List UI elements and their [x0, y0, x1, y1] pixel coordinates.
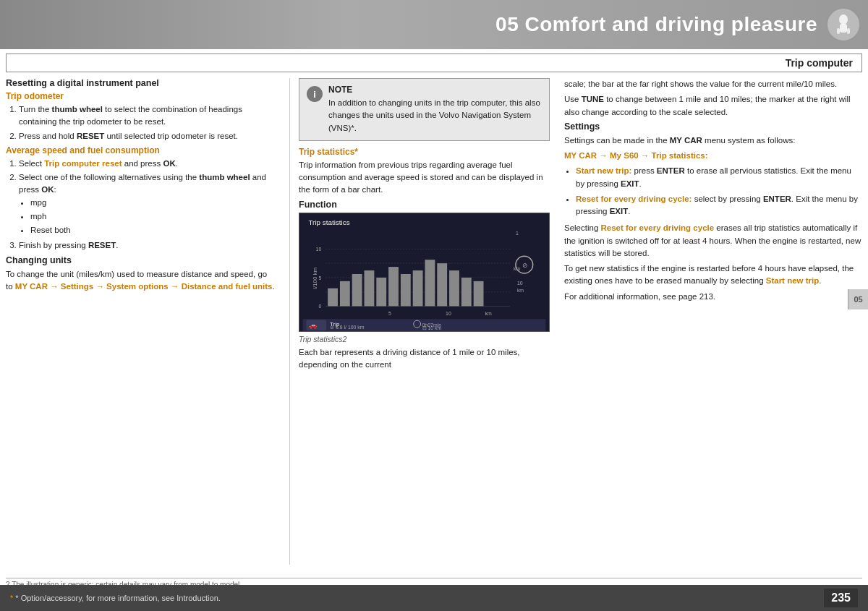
list-item: Select Trip computer reset and press OK.	[19, 158, 275, 170]
svg-rect-27	[474, 281, 484, 306]
svg-text:🚗: 🚗	[309, 321, 318, 330]
changing-units-heading: Changing units	[6, 255, 275, 265]
list-item: Press and hold RESET until selected trip…	[19, 130, 275, 142]
svg-rect-3	[847, 28, 850, 34]
svg-rect-18	[365, 270, 375, 306]
svg-rect-25	[449, 270, 459, 306]
trip-stats-heading: Trip statistics*	[299, 147, 550, 157]
note-text: In addition to changing units in the tri…	[328, 97, 542, 134]
main-content: Resetting a digital instrument panel Tri…	[0, 72, 868, 565]
scale-text: scale; the bar at the far right shows th…	[564, 78, 862, 90]
list-item: Reset both	[30, 224, 275, 236]
svg-rect-26	[461, 277, 472, 306]
svg-text:km: km	[485, 311, 491, 316]
svg-rect-20	[388, 267, 399, 306]
svg-text:0: 0	[318, 304, 321, 309]
right-column: scale; the bar at the far right shows th…	[558, 78, 862, 565]
seat-icon	[826, 7, 861, 42]
list-item: Turn the thumb wheel to select the combi…	[19, 103, 275, 129]
svg-rect-1	[840, 24, 847, 33]
svg-rect-23	[425, 260, 435, 306]
svg-rect-21	[401, 273, 411, 305]
avg-speed-heading: Average speed and fuel consumption	[6, 145, 275, 155]
asterisk-note: * * Option/accessory, for more informati…	[10, 594, 221, 602]
svg-text:1: 1	[516, 230, 519, 235]
svg-text:l/100 km: l/100 km	[312, 267, 318, 289]
note-label: NOTE	[328, 85, 542, 95]
list-item: Reset for every driving cycle: select by…	[576, 193, 862, 218]
svg-text:⊘: ⊘	[522, 262, 528, 269]
page-number: 235	[824, 589, 858, 607]
list-item: Finish by pressing RESET.	[19, 239, 275, 252]
svg-text:10: 10	[517, 280, 523, 285]
svg-rect-17	[352, 273, 362, 305]
settings-bullets: Start new trip: press ENTER to erase all…	[564, 165, 862, 218]
svg-rect-2	[837, 28, 840, 34]
svg-point-0	[839, 14, 848, 25]
svg-text:⊟ 10 km: ⊟ 10 km	[422, 325, 442, 330]
svg-text:10: 10	[316, 247, 322, 252]
trip-stats-chart: Trip statistics l/100 km 0 5 10	[299, 213, 550, 332]
reset-cycle-text: Selecting Reset for every driving cycle …	[564, 222, 862, 260]
avg-speed-steps: Select Trip computer reset and press OK.…	[6, 158, 275, 252]
svg-text:10: 10	[446, 311, 451, 316]
nav-path: MY CAR → My S60 → Trip statistics:	[564, 150, 862, 162]
svg-text:Trip statistics: Trip statistics	[308, 218, 349, 226]
tune-text: Use TUNE to change between 1 mile and 10…	[564, 93, 862, 119]
svg-rect-22	[413, 270, 423, 306]
list-item: Start new trip: press ENTER to erase all…	[576, 165, 862, 190]
changing-units-text: To change the unit (miles/km) used to me…	[6, 268, 275, 294]
svg-text:5: 5	[388, 311, 391, 316]
list-item: Select one of the following alternatives…	[19, 171, 275, 236]
resetting-heading: Resetting a digital instrument panel	[6, 78, 275, 88]
chart-body: Each bar represents a driving distance o…	[299, 346, 550, 372]
bottom-bar: * * Option/accessory, for more informati…	[0, 585, 868, 611]
additional-info: For additional information, see page 213…	[564, 291, 862, 303]
left-column: Resetting a digital instrument panel Tri…	[6, 78, 281, 565]
note-content: NOTE In addition to changing units in th…	[328, 85, 542, 134]
sub-header-title: Trip computer	[786, 57, 853, 69]
section-tab: 05	[848, 289, 868, 309]
function-heading: Function	[299, 200, 550, 210]
svg-rect-24	[437, 263, 447, 306]
svg-rect-15	[328, 288, 338, 306]
list-item: mph	[30, 210, 275, 223]
trip-odometer-steps: Turn the thumb wheel to select the combi…	[6, 103, 275, 142]
chart-caption: Trip statistics2	[299, 335, 550, 343]
options-list: mpg mph Reset both	[19, 197, 275, 237]
svg-rect-4	[303, 213, 546, 331]
page-header: 05 Comfort and driving pleasure	[0, 0, 868, 49]
new-stats-text: To get new statistics if the engine is r…	[564, 262, 862, 288]
note-box: i NOTE In addition to changing units in …	[299, 78, 550, 141]
svg-rect-19	[376, 277, 386, 306]
trip-odometer-heading: Trip odometer	[6, 91, 275, 101]
settings-intro: Settings can be made in the MY CAR menu …	[564, 134, 862, 147]
trip-stats-intro: Trip information from previous trips reg…	[299, 159, 550, 197]
svg-text:km: km	[517, 287, 524, 292]
svg-text:5: 5	[318, 275, 321, 280]
list-item: mpg	[30, 197, 275, 209]
info-icon: i	[307, 86, 323, 102]
header-title: 05 Comfort and driving pleasure	[495, 13, 817, 36]
svg-rect-16	[340, 281, 350, 306]
settings-heading: Settings	[564, 121, 862, 132]
sub-header: Trip computer	[6, 54, 862, 72]
svg-text:⊘ 6.8 l/ 100 km: ⊘ 6.8 l/ 100 km	[330, 325, 365, 330]
middle-column: i NOTE In addition to changing units in …	[289, 78, 550, 565]
